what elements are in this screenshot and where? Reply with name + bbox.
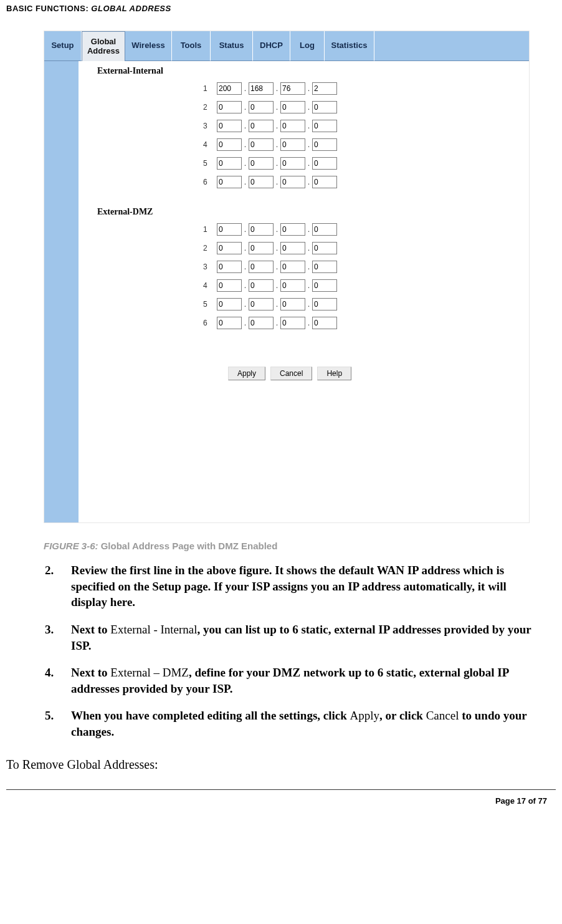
ip-octet-input[interactable] [280, 176, 305, 188]
ip-octet-input[interactable] [280, 223, 305, 236]
row-number: 6 [203, 319, 217, 327]
ip-octet-input[interactable] [217, 82, 242, 95]
ip-octet-input[interactable] [249, 138, 274, 151]
step-number: 5. [45, 708, 71, 739]
ip-octet-input[interactable] [312, 82, 337, 95]
ip-octet-input[interactable] [280, 157, 305, 170]
instruction-step: 2.Review the first line in the above fig… [45, 562, 537, 610]
cancel-button[interactable]: Cancel [270, 367, 312, 380]
ip-row: 3... [203, 120, 523, 132]
ip-octet-input[interactable] [312, 298, 337, 310]
ip-dot: . [274, 122, 280, 131]
ip-octet-input[interactable] [249, 223, 274, 236]
ip-octet-input[interactable] [312, 261, 337, 273]
ip-dot: . [274, 84, 280, 94]
ip-octet-input[interactable] [249, 298, 274, 310]
ip-octet-input[interactable] [312, 223, 337, 236]
ip-octet-input[interactable] [217, 223, 242, 236]
tab-setup[interactable]: Setup [44, 31, 82, 61]
row-number: 3 [203, 262, 217, 271]
ip-row: 4... [203, 279, 523, 292]
ip-dot: . [305, 122, 312, 131]
ip-octet-input[interactable] [217, 279, 242, 292]
ip-row: 5... [203, 298, 523, 310]
tab-wireless[interactable]: Wireless [125, 31, 172, 61]
row-number: 5 [203, 300, 217, 309]
instruction-step: 4.Next to External – DMZ, define for you… [45, 665, 537, 696]
tab-statistics[interactable]: Statistics [325, 31, 374, 61]
ip-octet-input[interactable] [280, 279, 305, 292]
ip-octet-input[interactable] [217, 101, 242, 113]
ip-octet-input[interactable] [312, 242, 337, 254]
tab-log[interactable]: Log [290, 31, 325, 61]
ip-octet-input[interactable] [312, 176, 337, 188]
ip-dot: . [274, 319, 280, 328]
ip-dot: . [305, 319, 312, 328]
header-prefix: BASIC FUNCTIONS: [6, 4, 91, 13]
ip-octet-input[interactable] [217, 298, 242, 310]
ip-dot: . [305, 300, 312, 309]
ip-dot: . [274, 244, 280, 253]
ip-octet-input[interactable] [280, 261, 305, 273]
tab-dhcp[interactable]: DHCP [253, 31, 290, 61]
ip-octet-input[interactable] [312, 317, 337, 329]
tab-bar: SetupGlobal AddressWirelessToolsStatusDH… [44, 31, 529, 61]
row-number: 4 [203, 140, 217, 149]
ip-dot: . [305, 225, 312, 234]
ip-octet-input[interactable] [249, 176, 274, 188]
ip-octet-input[interactable] [217, 261, 242, 273]
instruction-step: 5.When you have completed editing all th… [45, 708, 537, 739]
ip-octet-input[interactable] [217, 176, 242, 188]
ip-dot: . [242, 103, 249, 112]
ip-octet-input[interactable] [217, 242, 242, 254]
ip-octet-input[interactable] [312, 157, 337, 170]
ip-octet-input[interactable] [280, 298, 305, 310]
ip-octet-input[interactable] [280, 120, 305, 132]
ip-octet-input[interactable] [280, 138, 305, 151]
tab-status[interactable]: Status [211, 31, 253, 61]
apply-button[interactable]: Apply [228, 367, 265, 380]
ip-octet-input[interactable] [249, 101, 274, 113]
help-button[interactable]: Help [317, 367, 351, 380]
ip-octet-input[interactable] [217, 157, 242, 170]
ip-dot: . [242, 244, 249, 253]
section-label: External-DMZ [97, 207, 523, 217]
ip-octet-input[interactable] [249, 157, 274, 170]
ip-dot: . [242, 300, 249, 309]
ip-dot: . [274, 178, 280, 187]
config-pane: External-Internal1...2...3...4...5...6..… [79, 61, 529, 522]
page-header: BASIC FUNCTIONS: GLOBAL ADDRESS [6, 4, 556, 13]
ip-dot: . [305, 140, 312, 150]
left-sidebar [44, 61, 79, 522]
step-body: Next to External - Internal, you can lis… [71, 622, 537, 653]
row-number: 4 [203, 281, 217, 290]
ip-octet-input[interactable] [312, 279, 337, 292]
ip-row: 6... [203, 317, 523, 329]
ip-octet-input[interactable] [217, 120, 242, 132]
ip-octet-input[interactable] [217, 138, 242, 151]
ip-octet-input[interactable] [249, 242, 274, 254]
ip-octet-input[interactable] [280, 317, 305, 329]
ip-octet-input[interactable] [280, 101, 305, 113]
ip-octet-input[interactable] [280, 242, 305, 254]
ip-octet-input[interactable] [249, 279, 274, 292]
ip-octet-input[interactable] [280, 82, 305, 95]
step-number: 4. [45, 665, 71, 696]
ip-octet-input[interactable] [249, 120, 274, 132]
ip-dot: . [242, 84, 249, 94]
row-number: 1 [203, 84, 217, 93]
ip-octet-input[interactable] [249, 317, 274, 329]
figure-caption: FIGURE 3-6: Global Address Page with DMZ… [44, 541, 556, 551]
tab-tools[interactable]: Tools [172, 31, 211, 61]
ip-octet-input[interactable] [312, 138, 337, 151]
tab-global-address[interactable]: Global Address [82, 31, 125, 61]
ip-octet-input[interactable] [312, 101, 337, 113]
button-row: ApplyCancelHelp [228, 367, 523, 380]
ip-dot: . [274, 140, 280, 150]
ip-octet-input[interactable] [217, 317, 242, 329]
ip-octet-input[interactable] [249, 261, 274, 273]
ip-octet-input[interactable] [312, 120, 337, 132]
ip-octet-input[interactable] [249, 82, 274, 95]
step-number: 2. [45, 562, 71, 610]
subheading: To Remove Global Addresses: [6, 758, 556, 772]
